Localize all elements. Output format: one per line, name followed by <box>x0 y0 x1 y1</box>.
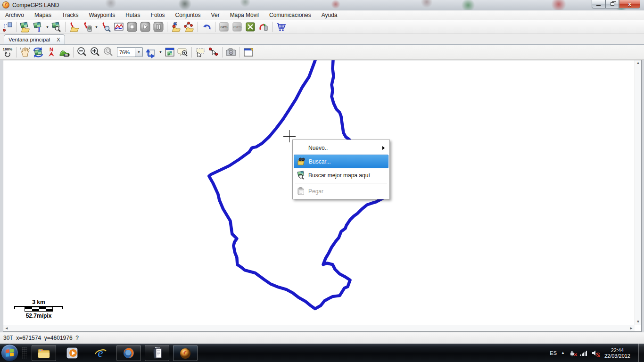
hand-pan-icon <box>19 46 31 58</box>
network-signal-icon[interactable] <box>580 350 587 356</box>
undo-button[interactable] <box>200 21 213 33</box>
map-scale-widget: 3 km 52.7m/pix <box>10 299 67 319</box>
map-list-button[interactable]: I <box>32 21 45 33</box>
stop-animation-button[interactable] <box>125 21 139 33</box>
open-route-icon <box>183 21 195 33</box>
zoom-level-value[interactable]: 76% <box>117 47 135 57</box>
menu-tracks[interactable]: Tracks <box>57 12 84 18</box>
pause-animation-button[interactable] <box>152 21 165 33</box>
taskbar-firefox-button[interactable] <box>116 345 141 361</box>
vertical-scrollbar[interactable]: ▲ ▼ <box>635 60 641 325</box>
zoom-level-combo[interactable]: 76% ▼ <box>117 47 143 57</box>
context-menu-item-pegar[interactable]: Pegar <box>294 184 388 198</box>
track-from-gps-button[interactable] <box>81 21 94 33</box>
context-menu-item-buscar[interactable]: Buscar... <box>294 155 388 168</box>
volume-muted-icon[interactable] <box>591 350 598 356</box>
menu-archivo[interactable]: Archivo <box>0 12 29 18</box>
menu-ver[interactable]: Ver <box>206 12 225 18</box>
taskbar-grip <box>22 347 27 359</box>
new-project-button[interactable] <box>1 21 14 33</box>
taskbar-clock[interactable]: 22:44 22/03/2012 <box>604 347 630 359</box>
zoom-out-button[interactable] <box>75 46 89 58</box>
previous-zoom-button[interactable] <box>102 46 115 58</box>
show-desktop-button[interactable] <box>638 344 644 362</box>
language-indicator[interactable]: ES <box>550 350 557 356</box>
restore-button[interactable] <box>605 0 619 8</box>
taskbar-mediaplayer-button[interactable] <box>60 345 84 361</box>
tab-ventana-principal[interactable]: Ventana principal X <box>4 34 65 44</box>
menu-conjuntos[interactable]: Conjuntos <box>170 12 206 18</box>
gps-second-button[interactable]: 2GPS <box>231 21 244 33</box>
context-menu-item-buscar-mapa[interactable]: Buscar mejor mapa aquí <box>294 168 388 182</box>
tab-close-icon[interactable]: X <box>57 37 60 42</box>
scale-bar <box>25 309 53 312</box>
taskbar-compegps-button[interactable] <box>173 345 198 361</box>
open-map-button[interactable] <box>18 21 32 33</box>
cart-icon <box>275 21 287 33</box>
close-button[interactable]: x <box>619 0 640 8</box>
new-window-button[interactable] <box>242 46 255 58</box>
gps-button-icon: GPS <box>218 21 230 33</box>
scroll-down-icon[interactable]: ▼ <box>636 320 640 324</box>
menu-item-label: Buscar... <box>309 158 331 165</box>
taskbar-ie-button[interactable]: e <box>88 345 113 361</box>
track-from-gps-dropdown[interactable]: ▼ <box>94 21 99 33</box>
menu-fotos[interactable]: Fotos <box>146 12 170 18</box>
open-waypoints-button[interactable] <box>169 21 182 33</box>
context-menu-item-nuevo[interactable]: Nuevo.. <box>294 141 388 155</box>
overview-map-button[interactable] <box>163 46 176 58</box>
north-label: N <box>50 47 53 52</box>
chevron-down-icon: ▼ <box>46 25 49 29</box>
gps2-button-icon: 2GPS <box>231 21 243 33</box>
menu-mapa-movil[interactable]: Mapa Móvil <box>225 12 264 18</box>
horizontal-scrollbar[interactable]: ◄ ► <box>3 325 635 331</box>
menu-item-label: Nuevo.. <box>308 145 328 151</box>
open-track-button[interactable] <box>67 21 81 33</box>
find-track-button[interactable] <box>99 21 112 33</box>
screenshot-button[interactable] <box>224 46 238 58</box>
menu-comunicaciones[interactable]: Comunicaciones <box>264 12 316 18</box>
gps-connect-button[interactable]: GPS <box>217 21 231 33</box>
zoom-100-icon: 100% <box>1 46 14 58</box>
taskbar: e ES ▲ ✕ 22:44 22/03/2012 <box>0 344 644 362</box>
menu-waypoints[interactable]: Waypoints <box>84 12 121 18</box>
scroll-left-icon[interactable]: ◄ <box>5 327 8 330</box>
zoom-100-button[interactable]: 100% <box>1 46 14 58</box>
buy-maps-button[interactable] <box>274 21 288 33</box>
view-3d-button[interactable]: 3D <box>58 46 71 58</box>
zoom-selection-button[interactable] <box>176 46 190 58</box>
gps-transfer-button[interactable] <box>257 21 270 33</box>
open-route-button[interactable] <box>182 21 196 33</box>
north-up-button[interactable]: N <box>45 46 58 58</box>
track-graph-button[interactable] <box>112 21 125 33</box>
menu-mapas[interactable]: Mapas <box>29 12 57 18</box>
measure-button[interactable] <box>207 46 220 58</box>
scroll-up-icon[interactable]: ▲ <box>636 61 640 65</box>
find-track-icon <box>100 21 111 33</box>
tab-label: Ventana principal <box>8 37 50 42</box>
map-search-icon <box>295 171 307 180</box>
taskbar-document-app-button[interactable] <box>145 345 169 361</box>
svg-text:e: e <box>98 346 103 360</box>
menu-ayuda[interactable]: Ayuda <box>316 12 343 18</box>
zoom-in-button[interactable] <box>89 46 102 58</box>
select-mode-button[interactable] <box>194 46 207 58</box>
taskbar-explorer-button[interactable] <box>32 345 56 361</box>
document-app-icon <box>150 346 164 360</box>
power-status-icon[interactable]: ✕ <box>569 350 576 356</box>
gps-activate-button[interactable] <box>244 21 257 33</box>
hidden-icons-button[interactable]: ▲ <box>561 351 565 355</box>
fit-window-button[interactable] <box>145 46 158 58</box>
menu-rutas[interactable]: Rutas <box>120 12 145 18</box>
pan-button[interactable] <box>18 46 32 58</box>
scroll-right-icon[interactable]: ► <box>629 327 633 330</box>
map-list-dropdown[interactable]: ▼ <box>45 21 50 33</box>
fit-window-dropdown[interactable]: ▼ <box>158 46 163 58</box>
find-map-button[interactable] <box>50 21 63 33</box>
start-button[interactable] <box>1 344 18 362</box>
zoom-level-dropdown[interactable]: ▼ <box>135 47 143 57</box>
play-animation-button[interactable] <box>139 21 152 33</box>
crosshair-cursor <box>289 130 290 142</box>
minimize-button[interactable] <box>592 0 605 8</box>
reload-map-button[interactable] <box>32 46 45 58</box>
